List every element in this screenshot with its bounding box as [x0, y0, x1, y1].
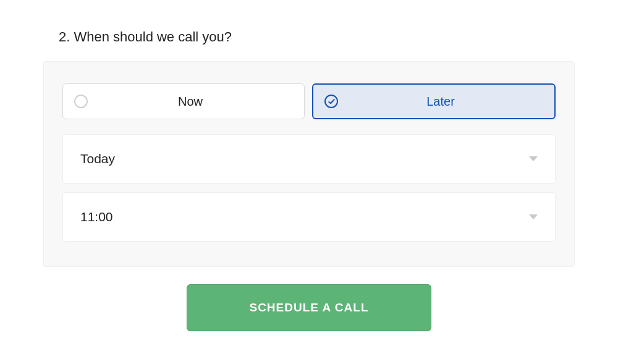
section-heading: 2. When should we call you?: [59, 29, 575, 45]
chevron-down-icon: [529, 156, 538, 161]
option-now[interactable]: Now: [62, 83, 305, 119]
date-select[interactable]: Today: [62, 134, 556, 184]
option-now-label: Now: [88, 95, 293, 109]
radio-unchecked-icon: [74, 95, 88, 108]
time-select[interactable]: 11:00: [62, 192, 556, 242]
time-select-value: 11:00: [80, 210, 113, 224]
radio-checked-icon: [324, 95, 338, 108]
date-select-value: Today: [80, 151, 115, 166]
chevron-down-icon: [529, 214, 538, 219]
when-toggle-group: Now Later: [62, 83, 556, 119]
schedule-panel: Now Later Today 11:00: [43, 61, 575, 267]
cta-wrap: SCHEDULE A CALL: [43, 284, 575, 331]
option-later-label: Later: [338, 95, 543, 109]
schedule-call-button[interactable]: SCHEDULE A CALL: [187, 284, 431, 331]
option-later[interactable]: Later: [312, 83, 556, 119]
